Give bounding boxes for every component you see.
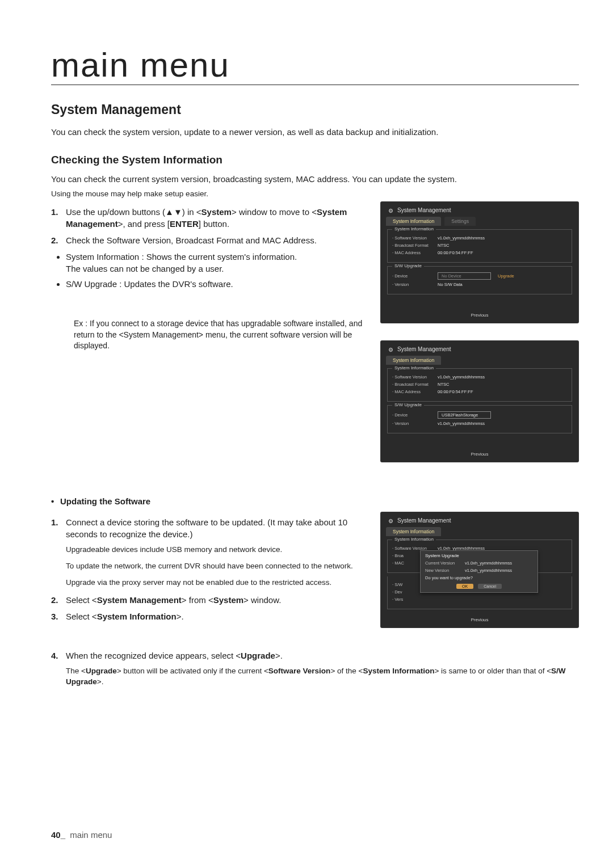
gear-icon: ⚙ bbox=[388, 518, 394, 524]
updating-note-1: Upgradeable devices include USB memory a… bbox=[66, 545, 369, 555]
checking-step-1: Use the up/down buttons (▲▼) in <System>… bbox=[51, 206, 369, 230]
page-footer: 40_ main menu bbox=[51, 830, 112, 840]
previous-button[interactable]: Previous bbox=[386, 447, 573, 462]
footer-label: main menu bbox=[70, 830, 112, 840]
bullet-system-info: System Information : Shows the current s… bbox=[66, 251, 369, 275]
previous-button[interactable]: Previous bbox=[386, 308, 573, 323]
gear-icon: ⚙ bbox=[388, 347, 394, 352]
heading-updating-software: Updating the Software bbox=[60, 496, 579, 506]
system-management-intro: You can check the system version, update… bbox=[51, 126, 579, 138]
updating-step-4: When the recognized device appears, sele… bbox=[51, 650, 579, 661]
updating-steps: Connect a device storing the software to… bbox=[51, 516, 369, 540]
screenshot-system-info-3: ⚙ System Management System Information S… bbox=[380, 512, 579, 628]
system-upgrade-dialog: System Upgrade Current Versionv1.0xh_yym… bbox=[420, 550, 538, 593]
checking-step-2: Check the Software Version, Broadcast Fo… bbox=[51, 234, 369, 246]
checking-steps: Use the up/down buttons (▲▼) in <System>… bbox=[51, 206, 369, 246]
updating-note-2: To update the network, the current DVR s… bbox=[66, 561, 369, 572]
mouse-hint: Using the mouse may help make setup easi… bbox=[51, 189, 579, 198]
ok-button[interactable]: OK bbox=[456, 584, 473, 589]
popup-question: Do you want to upgrade? bbox=[425, 575, 533, 580]
fieldset-sw-upgrade: S/W Upgrade · Device No Device Upgrade ·… bbox=[387, 266, 572, 294]
previous-button[interactable]: Previous bbox=[386, 613, 573, 628]
screenshot-system-info-2: ⚙ System Management System Information S… bbox=[380, 340, 579, 462]
cancel-button[interactable]: Cancel bbox=[478, 584, 502, 589]
chapter-title: main menu bbox=[51, 45, 579, 85]
device-input[interactable]: USB2FlashStorage bbox=[438, 411, 491, 419]
checking-intro: You can check the current system version… bbox=[51, 173, 579, 185]
gear-icon: ⚙ bbox=[388, 208, 394, 213]
updating-step-2: Select <System Management> from <System>… bbox=[51, 594, 369, 606]
updating-step-1: Connect a device storing the software to… bbox=[51, 516, 369, 540]
updating-step-3: Select <System Information>. bbox=[51, 610, 369, 622]
fieldset-system-info: System Information · Software Versionv1.… bbox=[387, 229, 572, 263]
checking-bullets: System Information : Shows the current s… bbox=[57, 251, 369, 290]
heading-system-management: System Management bbox=[51, 102, 579, 117]
tab-system-information[interactable]: System Information bbox=[386, 356, 441, 365]
tab-system-information[interactable]: System Information bbox=[386, 527, 441, 536]
fieldset-system-info: System Information · Software Versionv1.… bbox=[387, 368, 572, 402]
screenshot-system-info-1: ⚙ System Management System Information S… bbox=[380, 201, 579, 323]
fieldset-sw-upgrade: S/W Upgrade · Device USB2FlashStorage · … bbox=[387, 405, 572, 433]
upgrade-button[interactable]: Upgrade bbox=[498, 273, 514, 279]
bullet-sw-upgrade: S/W Upgrade : Updates the DVR's software… bbox=[66, 278, 369, 290]
shot-title-text: System Management bbox=[397, 207, 451, 213]
updating-note-3: Upgrade via the proxy server may not be … bbox=[66, 578, 369, 588]
device-input[interactable]: No Device bbox=[438, 272, 491, 280]
page-number: 40_ bbox=[51, 830, 65, 840]
tab-settings[interactable]: Settings bbox=[444, 217, 476, 226]
upgrade-example-note: Ex : If you connect to a storage device … bbox=[74, 318, 369, 352]
upgrade-button-note: The <Upgrade> button will be activated o… bbox=[66, 666, 579, 688]
popup-title: System Upgrade bbox=[425, 553, 533, 558]
tab-system-information[interactable]: System Information bbox=[386, 217, 441, 226]
heading-checking-system-info: Checking the System Information bbox=[51, 154, 579, 166]
